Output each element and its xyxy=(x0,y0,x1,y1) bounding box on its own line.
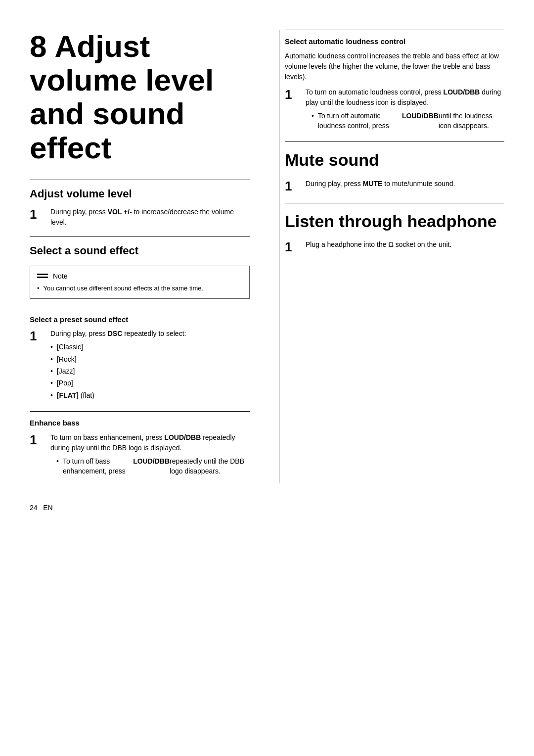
section-auto-loudness: Select automatic loudness control Automa… xyxy=(285,36,504,133)
divider-adjust-volume xyxy=(30,180,250,180)
headphone-symbol: Ω xyxy=(388,240,393,248)
adjust-volume-step1: 1 During play, press VOL +/- to increase… xyxy=(30,207,250,228)
mute-step1-content: During play, press MUTE to mute/unmute s… xyxy=(306,179,504,189)
section-mute-sound: Mute sound 1 During play, press MUTE to … xyxy=(285,148,504,193)
preset-step1: 1 During play, press DSC repeatedly to s… xyxy=(30,329,250,402)
headphone-step-number: 1 xyxy=(285,239,301,255)
headphone-title: Listen through headphone xyxy=(285,209,504,234)
preset-classic: [Classic] xyxy=(50,342,250,352)
mute-step1: 1 During play, press MUTE to mute/unmute… xyxy=(285,179,504,194)
chapter-title: 8Adjust volume level and sound effect xyxy=(30,30,250,165)
preset-rock: [Rock] xyxy=(50,354,250,364)
divider-enhance-bass xyxy=(30,411,250,412)
left-column: 8Adjust volume level and sound effect Ad… xyxy=(30,30,255,483)
section-adjust-volume: Adjust volume level 1 During play, press… xyxy=(30,186,250,228)
select-sound-effect-title: Select a sound effect xyxy=(30,243,250,259)
headphone-step1-content: Plug a headphone into the Ω socket on th… xyxy=(306,239,504,250)
auto-loudness-sub-list: To turn off automatic loudness control, … xyxy=(312,111,504,131)
chapter-title-text: Adjust volume level and sound effect xyxy=(30,29,214,165)
note-header: Note xyxy=(37,271,242,281)
page-number: 24 xyxy=(30,504,38,512)
enhance-bass-step1: 1 To turn on bass enhancement, press LOU… xyxy=(30,432,250,478)
page-footer: 24 EN xyxy=(30,503,504,513)
note-item: You cannot use different sound effects a… xyxy=(37,284,242,293)
enhance-bass-step1-content: To turn on bass enhancement, press LOUD/… xyxy=(50,432,250,478)
preset-jazz: [Jazz] xyxy=(50,366,250,376)
auto-loudness-title: Select automatic loudness control xyxy=(285,36,504,47)
divider-headphone xyxy=(285,203,504,203)
enhance-bass-off: To turn off bass enhancement, press LOUD… xyxy=(56,456,250,476)
adjust-volume-title: Adjust volume level xyxy=(30,186,250,202)
note-icon-line2 xyxy=(37,277,48,278)
mute-step-number: 1 xyxy=(285,179,301,194)
page-lang: EN xyxy=(43,504,52,512)
mute-sound-title: Mute sound xyxy=(285,148,504,172)
preset-flat: [FLAT] (flat) xyxy=(50,390,250,400)
auto-loudness-off: To turn off automatic loudness control, … xyxy=(312,111,504,131)
auto-loudness-step1: 1 To turn on automatic loudness control,… xyxy=(285,87,504,133)
note-icon xyxy=(37,272,48,281)
auto-loudness-step1-content: To turn on automatic loudness control, p… xyxy=(306,87,504,133)
section-preset: Select a preset sound effect 1 During pl… xyxy=(30,314,250,402)
adjust-volume-step1-content: During play, press VOL +/- to increase/d… xyxy=(50,207,250,228)
step-number-1a: 1 xyxy=(30,207,45,222)
divider-mute xyxy=(285,142,504,142)
note-label: Note xyxy=(53,271,68,281)
headphone-step1: 1 Plug a headphone into the Ω socket on … xyxy=(285,239,504,255)
preset-bullet-list: [Classic] [Rock] [Jazz] [Pop] [FLAT] (fl… xyxy=(50,342,250,400)
section-headphone: Listen through headphone 1 Plug a headph… xyxy=(285,209,504,255)
section-select-sound-effect: Select a sound effect Note You cannot us… xyxy=(30,243,250,299)
enhance-bass-sub-list: To turn off bass enhancement, press LOUD… xyxy=(56,456,250,476)
page-layout: 8Adjust volume level and sound effect Ad… xyxy=(30,30,504,483)
auto-loudness-step-number: 1 xyxy=(285,87,301,102)
preset-step1-content: During play, press DSC repeatedly to sel… xyxy=(50,329,250,402)
divider-preset xyxy=(30,308,250,308)
divider-sound-effect xyxy=(30,236,250,237)
preset-step-number: 1 xyxy=(30,329,45,344)
note-box: Note You cannot use different sound effe… xyxy=(30,266,250,299)
enhance-bass-title: Enhance bass xyxy=(30,418,250,428)
divider-auto-loudness-top xyxy=(285,30,504,30)
note-content: You cannot use different sound effects a… xyxy=(37,284,242,293)
enhance-bass-step-number: 1 xyxy=(30,432,45,448)
preset-pop: [Pop] xyxy=(50,378,250,388)
section-enhance-bass: Enhance bass 1 To turn on bass enhanceme… xyxy=(30,418,250,478)
auto-loudness-intro: Automatic loudness control increases the… xyxy=(285,51,504,82)
chapter-number: 8 xyxy=(30,29,46,63)
preset-title: Select a preset sound effect xyxy=(30,314,250,325)
note-icon-line1 xyxy=(37,274,48,275)
right-column: Select automatic loudness control Automa… xyxy=(279,30,504,483)
